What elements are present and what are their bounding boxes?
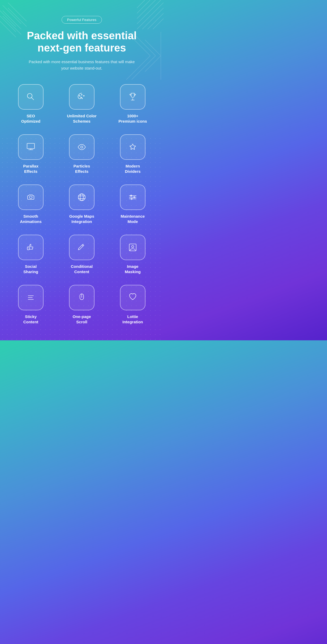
main-title: Packed with essentialnext-gen features	[27, 29, 137, 54]
feature-item-dividers: ModernDividers	[110, 134, 156, 174]
icon-box-sticky	[18, 285, 44, 310]
monitor-icon	[25, 141, 37, 153]
feature-item-maps: Google MapsIntegration	[59, 184, 105, 224]
globe-icon	[76, 191, 88, 203]
icon-box-particles	[69, 134, 94, 160]
feature-item-icons: 1000+Premium icons	[110, 84, 156, 124]
svg-point-42	[132, 246, 134, 248]
thumbsup-icon	[25, 242, 37, 253]
feature-item-particles: ParticlesEffects	[59, 134, 105, 174]
icon-box-animations	[18, 184, 44, 210]
feature-label-maps: Google MapsIntegration	[69, 214, 94, 224]
sliders-icon	[127, 191, 139, 203]
feature-label-masking: ImageMasking	[125, 264, 141, 274]
icon-box-icons	[120, 84, 145, 110]
feature-item-parallax: ParallaxEffects	[8, 134, 54, 174]
feature-item-animations: SmoothAnimations	[8, 184, 54, 224]
feature-label-colors: Unlimited ColorSchemes	[67, 113, 97, 124]
feature-item-onepage: One-pageScroll	[59, 285, 105, 324]
icon-box-colors	[69, 84, 94, 110]
feature-item-colors: Unlimited ColorSchemes	[59, 84, 105, 124]
badge: Powerful Features	[62, 16, 102, 24]
svg-line-18	[32, 98, 34, 100]
heart-icon	[127, 292, 139, 303]
feature-label-social: SocialSharing	[23, 264, 38, 274]
svg-point-21	[81, 95, 82, 95]
svg-point-27	[81, 146, 83, 148]
feature-item-social: SocialSharing	[8, 235, 54, 274]
svg-point-28	[29, 196, 32, 199]
feature-label-conditional: ConditionalContent	[71, 264, 93, 274]
palette-icon	[76, 91, 88, 103]
eye-icon	[76, 141, 88, 153]
feature-label-maintenance: MaintenanceMode	[121, 214, 145, 224]
feature-label-onepage: One-pageScroll	[72, 314, 91, 324]
icon-box-parallax	[18, 134, 44, 160]
icon-box-onepage	[69, 285, 94, 310]
star-icon	[127, 141, 139, 153]
feature-label-particles: ParticlesEffects	[74, 164, 90, 174]
feature-item-lottie: LottieIntegration	[110, 285, 156, 324]
trophy-icon	[127, 91, 139, 103]
icon-box-maps	[69, 184, 94, 210]
icon-box-seo	[18, 84, 44, 110]
feature-label-sticky: StickyContent	[23, 314, 38, 324]
icon-box-conditional	[69, 235, 94, 260]
feature-item-maintenance: MaintenanceMode	[110, 184, 156, 224]
svg-line-40	[82, 245, 83, 246]
icon-box-masking	[120, 235, 145, 260]
svg-point-19	[79, 96, 80, 96]
svg-point-30	[80, 194, 83, 201]
icon-box-dividers	[120, 134, 145, 160]
mouse-icon	[76, 292, 88, 303]
svg-rect-24	[27, 143, 35, 149]
features-grid: SEOOptimizedUnlimited ColorSchemes1000+P…	[8, 84, 156, 324]
feature-label-parallax: ParallaxEffects	[23, 164, 38, 174]
icon-box-maintenance	[120, 184, 145, 210]
feature-label-animations: SmoothAnimations	[20, 214, 42, 224]
edit-icon	[76, 242, 88, 253]
icon-box-social	[18, 235, 44, 260]
feature-label-seo: SEOOptimized	[21, 113, 41, 124]
feature-item-conditional: ConditionalContent	[59, 235, 105, 274]
camera-icon	[25, 191, 37, 203]
icon-box-lottie	[120, 285, 145, 310]
feature-item-seo: SEOOptimized	[8, 84, 54, 124]
search-icon	[25, 91, 37, 103]
svg-point-29	[78, 194, 85, 201]
subtitle: Packed with more essential business feat…	[29, 59, 135, 71]
feature-label-dividers: ModernDividers	[125, 164, 140, 174]
user-image-icon	[127, 242, 139, 253]
menu-align-icon	[25, 292, 37, 303]
feature-label-icons: 1000+Premium icons	[118, 113, 147, 124]
svg-point-20	[84, 96, 84, 96]
feature-item-sticky: StickyContent	[8, 285, 54, 324]
svg-rect-39	[27, 247, 29, 250]
feature-item-masking: ImageMasking	[110, 235, 156, 274]
feature-label-lottie: LottieIntegration	[122, 314, 143, 324]
